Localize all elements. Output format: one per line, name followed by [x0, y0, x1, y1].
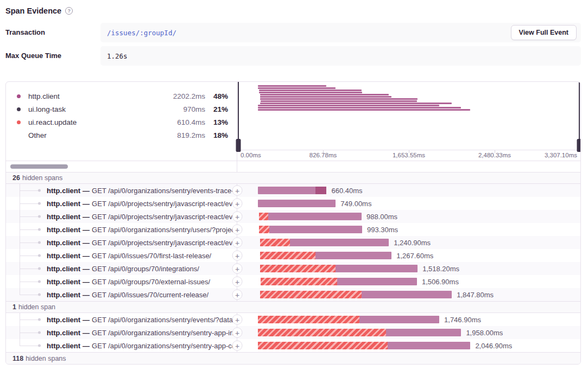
expand-span-button[interactable]: + — [232, 290, 243, 300]
expand-span-button[interactable]: + — [232, 264, 243, 274]
span-duration-bar[interactable] — [259, 213, 362, 220]
minimap-bar — [258, 87, 336, 89]
span-row[interactable]: http.client—GET /api/0/projects/sentry/j… — [6, 236, 580, 249]
expand-span-button[interactable]: + — [232, 277, 243, 287]
hidden-spans-count: 26 — [12, 174, 20, 182]
minimap-handle-right[interactable] — [579, 82, 580, 150]
span-duration-bar[interactable] — [260, 239, 389, 246]
span-name-cell[interactable]: http.client—GET /api/0/organizations/sen… — [6, 339, 237, 352]
op-percent: 21% — [205, 105, 228, 113]
span-row[interactable]: http.client—GET /api/0/organizations/sen… — [6, 313, 580, 326]
hidden-spans-count: 118 — [12, 355, 23, 362]
minimap-bar — [259, 90, 362, 91]
expand-span-button[interactable]: + — [232, 199, 243, 209]
expand-span-button[interactable]: + — [232, 225, 243, 235]
span-duration-bar[interactable] — [260, 291, 452, 298]
span-row[interactable]: http.client—GET /api/0/organizations/sen… — [6, 326, 580, 339]
span-name-cell[interactable]: http.client—GET /api/0/projects/sentry/j… — [6, 210, 237, 223]
help-icon[interactable]: ? — [65, 7, 73, 15]
span-duration-bar[interactable] — [258, 329, 461, 336]
expand-span-button[interactable]: + — [232, 315, 243, 325]
axis-tick-label: 0.00ms — [241, 152, 261, 158]
legend-item[interactable]: http.client2202.2ms48% — [17, 90, 228, 103]
tree-dot — [38, 267, 41, 270]
legend-item[interactable]: ui.long-task970ms21% — [17, 103, 228, 116]
scrollbar-track[interactable] — [6, 161, 237, 172]
span-bar-affected-segment — [260, 252, 315, 259]
transaction-value-box: /issues/:groupId/ View Full Event — [100, 23, 581, 42]
span-name-cell[interactable]: http.client—GET /api/0/issues/70/first-l… — [6, 249, 237, 262]
expand-span-button[interactable]: + — [232, 238, 243, 248]
span-path: GET /api/0/groups/70/external-issues/ — [92, 278, 210, 286]
span-row[interactable]: http.client—GET /api/0/projects/sentry/j… — [6, 197, 580, 210]
minimap-bar — [258, 107, 461, 108]
scrollbar-row-spacer — [237, 161, 580, 172]
span-duration-bar[interactable] — [260, 252, 391, 259]
span-duration-bar[interactable] — [258, 187, 326, 194]
max-queue-time-value-box: 1.26s — [100, 46, 581, 66]
op-percent: 48% — [205, 92, 228, 100]
scrollbar-row — [6, 161, 580, 172]
transaction-value[interactable]: /issues/:groupId/ — [107, 29, 176, 37]
span-name-cell[interactable]: http.client—GET /api/0/organizations/sen… — [6, 223, 237, 236]
view-full-event-button[interactable]: View Full Event — [511, 25, 577, 40]
span-name-cell[interactable]: http.client—GET /api/0/groups/70/integra… — [6, 262, 237, 275]
span-name-cell[interactable]: http.client—GET /api/0/organizations/sen… — [6, 313, 237, 326]
span-description: http.client—GET /api/0/organizations/sen… — [43, 316, 237, 324]
span-duration-bar[interactable] — [260, 265, 418, 272]
span-tree-connector — [6, 210, 43, 223]
expand-span-button[interactable]: + — [232, 328, 243, 338]
span-row[interactable]: http.client—GET /api/0/groups/70/externa… — [6, 275, 580, 288]
span-row[interactable]: http.client—GET /api/0/issues/70/first-l… — [6, 249, 580, 262]
span-name-cell[interactable]: http.client—GET /api/0/projects/sentry/j… — [6, 236, 237, 249]
footer-hidden-spans-row[interactable]: 118 hidden spans — [6, 352, 580, 364]
span-op: http.client — [47, 226, 80, 234]
hidden-spans-row[interactable]: 1hidden span — [6, 301, 580, 313]
max-queue-time-label: Max Queue Time — [5, 46, 100, 66]
span-name-cell[interactable]: http.client—GET /api/0/issues/70/current… — [6, 288, 237, 301]
span-duration-label: 2,046.90ms — [475, 342, 512, 350]
span-row[interactable]: http.client—GET /api/0/issues/70/current… — [6, 288, 580, 301]
span-name-cell[interactable]: http.client—GET /api/0/organizations/sen… — [6, 326, 237, 339]
span-bar-affected-segment — [260, 291, 362, 298]
span-bar-cell: 660.40ms — [237, 184, 580, 197]
legend-item[interactable]: Other819.2ms18% — [17, 129, 228, 142]
op-separator: — — [83, 187, 90, 195]
span-path: GET /api/0/groups/70/integrations/ — [92, 265, 199, 273]
minimap-handle-left[interactable] — [238, 82, 239, 150]
span-name-cell[interactable]: http.client—GET /api/0/projects/sentry/j… — [6, 197, 237, 210]
span-row[interactable]: http.client—GET /api/0/organizations/sen… — [6, 339, 580, 352]
hidden-spans-row[interactable]: 26hidden spans — [6, 172, 580, 184]
op-separator: — — [83, 213, 90, 221]
span-duration-bar[interactable] — [261, 278, 417, 285]
op-separator: — — [83, 291, 90, 299]
minimap-column: 0.00ms826.78ms1,653.55ms2,480.33ms3,307.… — [237, 82, 580, 161]
op-duration: 970ms — [162, 105, 205, 113]
minimap-bar — [258, 105, 439, 106]
span-bar-affected-segment — [258, 329, 386, 336]
expand-span-button[interactable]: + — [232, 251, 243, 261]
span-duration-label: 1,746.90ms — [444, 316, 481, 324]
span-row[interactable]: http.client—GET /api/0/organizations/sen… — [6, 223, 580, 236]
span-path: GET /api/0/projects/sentry/javascript-re… — [92, 239, 237, 247]
span-duration-bar[interactable] — [258, 316, 439, 323]
scrollbar-thumb[interactable] — [10, 164, 68, 169]
minimap[interactable] — [237, 82, 580, 150]
span-description: http.client—GET /api/0/projects/sentry/j… — [43, 213, 237, 221]
expand-span-button[interactable]: + — [232, 341, 243, 351]
span-bar-affected-segment — [260, 265, 336, 272]
expand-span-button[interactable]: + — [232, 186, 243, 196]
span-duration-bar[interactable] — [258, 342, 470, 349]
expand-span-button[interactable]: + — [232, 212, 243, 222]
span-duration-bar[interactable] — [259, 226, 362, 233]
tree-dot — [38, 215, 41, 218]
op-separator: — — [83, 342, 90, 350]
span-name-cell[interactable]: http.client—GET /api/0/groups/70/externa… — [6, 275, 237, 288]
span-row[interactable]: http.client—GET /api/0/groups/70/integra… — [6, 262, 580, 275]
hidden-spans-count: 1 — [12, 303, 16, 311]
span-row[interactable]: http.client—GET /api/0/organizations/sen… — [6, 184, 580, 197]
span-name-cell[interactable]: http.client—GET /api/0/organizations/sen… — [6, 184, 237, 197]
span-row[interactable]: http.client—GET /api/0/projects/sentry/j… — [6, 210, 580, 223]
legend-item[interactable]: ui.react.update610.4ms13% — [17, 116, 228, 129]
span-duration-bar[interactable] — [258, 200, 336, 207]
